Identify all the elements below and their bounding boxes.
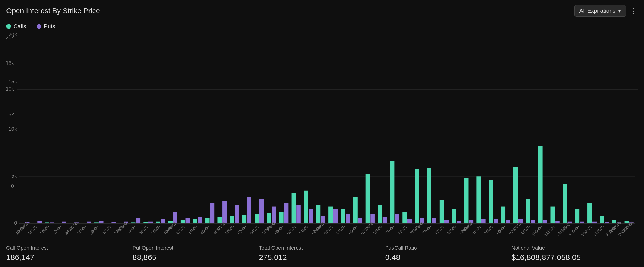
chart-legend: Calls Puts xyxy=(6,23,638,30)
stat-call-oi-label: Call Open Interest xyxy=(6,245,133,251)
more-options-icon[interactable]: ⋮ xyxy=(630,7,638,15)
stat-put-call-ratio: Put/Call Ratio 0.48 xyxy=(385,242,511,262)
legend-puts: Puts xyxy=(37,23,55,30)
puts-dot xyxy=(37,24,41,29)
puts-label: Puts xyxy=(44,23,55,30)
stat-notional-value: Notional Value $16,808,877,058.05 xyxy=(511,242,638,262)
stat-total-oi-value: 275,012 xyxy=(259,253,385,262)
expiry-dropdown[interactable]: All Expirations ▾ xyxy=(574,5,626,17)
stat-total-oi-label: Total Open Interest xyxy=(259,245,385,251)
page-title: Open Interest By Strike Price xyxy=(6,7,100,15)
chart-header: Open Interest By Strike Price All Expira… xyxy=(6,5,638,17)
calls-label: Calls xyxy=(13,23,26,30)
calls-dot xyxy=(6,24,11,29)
header-divider xyxy=(6,19,638,19)
bar-chart-canvas xyxy=(6,32,638,236)
stat-call-open-interest: Call Open Interest 186,147 xyxy=(6,242,133,262)
stat-call-oi-value: 186,147 xyxy=(6,253,133,262)
stat-put-oi-value: 88,865 xyxy=(133,253,259,262)
chevron-down-icon: ▾ xyxy=(618,8,621,14)
stat-pcr-value: 0.48 xyxy=(385,253,511,262)
expiry-dropdown-label: All Expirations xyxy=(579,8,615,14)
stats-row: Call Open Interest 186,147 Put Open Inte… xyxy=(6,239,638,262)
stat-total-open-interest: Total Open Interest 275,012 xyxy=(259,242,385,262)
chart-area: 20k 15k 10k 5k 0 xyxy=(6,32,638,236)
legend-calls: Calls xyxy=(6,23,26,30)
stat-nv-label: Notional Value xyxy=(511,245,638,251)
stat-nv-value: $16,808,877,058.05 xyxy=(511,253,638,262)
stat-put-oi-label: Put Open Interest xyxy=(133,245,259,251)
stat-put-open-interest: Put Open Interest 88,865 xyxy=(133,242,259,262)
header-controls: All Expirations ▾ ⋮ xyxy=(574,5,638,17)
stat-pcr-label: Put/Call Ratio xyxy=(385,245,511,251)
